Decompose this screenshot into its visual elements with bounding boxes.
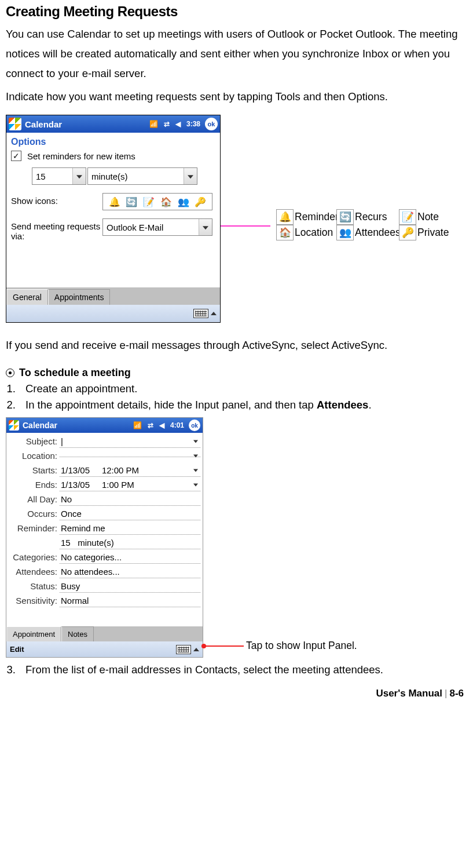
page-title: Creating Meeting Requests xyxy=(6,3,467,20)
reminder-icon: 🔔 xyxy=(276,209,294,225)
step-1: Create an appointment. xyxy=(19,382,467,395)
location-field[interactable] xyxy=(60,454,200,457)
subject-label: Subject: xyxy=(8,436,60,446)
location-icon: 🏠 xyxy=(276,225,294,240)
note-icon[interactable]: 📝 xyxy=(143,196,155,207)
location-label: Location: xyxy=(8,451,60,461)
subject-field[interactable]: | xyxy=(60,435,200,448)
options-heading: Options xyxy=(6,133,220,151)
keyboard-icon[interactable] xyxy=(193,309,208,318)
sensitivity-field[interactable]: Normal xyxy=(60,595,200,607)
activesync-paragraph: If you send and receive e-mail messages … xyxy=(6,335,467,355)
ok-button[interactable]: ok xyxy=(189,420,200,431)
input-panel-callout: Tap to show Input Panel. xyxy=(246,640,357,652)
tab-notes[interactable]: Notes xyxy=(61,626,94,641)
tab-general[interactable]: General xyxy=(6,289,48,305)
ok-button[interactable]: ok xyxy=(205,118,218,130)
volume-icon[interactable]: ◀ xyxy=(175,120,181,128)
note-icon: 📝 xyxy=(399,209,416,225)
reminder-number-select[interactable]: 15 xyxy=(32,167,86,185)
recurs-icon: 🔄 xyxy=(336,209,354,225)
reminder-field[interactable]: Remind me xyxy=(60,522,200,535)
app-title: Calendar xyxy=(23,421,57,430)
occurs-field[interactable]: Once xyxy=(60,508,200,520)
tab-appointment[interactable]: Appointment xyxy=(6,626,61,641)
private-icon[interactable]: 🔑 xyxy=(195,196,206,207)
occurs-label: Occurs: xyxy=(8,509,60,519)
volume-icon[interactable]: ◀ xyxy=(159,421,164,429)
status-label: Status: xyxy=(8,581,60,591)
start-icon[interactable] xyxy=(9,420,19,431)
reminder-unit-select[interactable]: minute(s) xyxy=(87,167,197,185)
step-2: In the appointment details, hide the Inp… xyxy=(19,399,467,411)
ends-field[interactable]: 1/13/05 1:00 PM xyxy=(60,479,200,491)
legend-connector xyxy=(221,225,270,227)
options-screenshot: Calendar 📶 ⇄ ◀ 3:38 ok Options ✓ Set rem… xyxy=(6,115,221,323)
categories-label: Categories: xyxy=(8,552,60,562)
recurs-icon[interactable]: 🔄 xyxy=(126,196,137,207)
callout-connector xyxy=(203,645,244,647)
sync-icon[interactable]: ⇄ xyxy=(164,120,170,128)
attendees-label: Attendees: xyxy=(8,567,60,577)
allday-label: All Day: xyxy=(8,494,60,504)
ends-label: Ends: xyxy=(8,480,60,490)
bullet-icon xyxy=(6,369,14,377)
private-icon: 🔑 xyxy=(399,225,416,240)
send-requests-label: Send meeting requests via: xyxy=(11,218,102,241)
menu-up-icon[interactable] xyxy=(211,312,217,315)
signal-icon[interactable]: 📶 xyxy=(133,421,142,429)
step-3: From the list of e-mail addresses in Con… xyxy=(19,663,467,676)
sensitivity-label: Sensitivity: xyxy=(8,596,60,606)
attendees-icon[interactable]: 👥 xyxy=(178,196,189,207)
reminders-label: Set reminders for new items xyxy=(27,151,135,161)
categories-field[interactable]: No categories... xyxy=(60,551,200,564)
clock-label: 4:01 xyxy=(170,421,184,429)
starts-label: Starts: xyxy=(8,465,60,475)
send-requests-select[interactable]: Outlook E-Mail xyxy=(102,218,212,236)
signal-icon[interactable]: 📶 xyxy=(149,120,158,128)
reminder-value-field[interactable]: 15 minute(s) xyxy=(60,537,200,549)
reminder-label: Reminder: xyxy=(8,523,60,533)
status-field[interactable]: Busy xyxy=(60,580,200,593)
show-icons-label: Show icons: xyxy=(11,193,102,206)
menu-up-icon[interactable] xyxy=(193,648,199,651)
keyboard-icon[interactable] xyxy=(176,645,191,654)
page-footer: User's Manual|8-6 xyxy=(6,688,467,699)
appointment-screenshot: Calendar 📶 ⇄ ◀ 4:01 ok Subject:| Locatio… xyxy=(6,417,203,658)
reminder-icon[interactable]: 🔔 xyxy=(109,196,120,207)
intro-paragraph-1: You can use Calendar to set up meetings … xyxy=(6,24,467,83)
location-icon[interactable]: 🏠 xyxy=(160,196,172,207)
intro-paragraph-2: Indicate how you want meeting requests s… xyxy=(6,87,467,107)
app-title: Calendar xyxy=(25,119,62,129)
edit-menu[interactable]: Edit xyxy=(10,645,24,654)
icon-legend: 🔔Reminder 🔄Recurs 📝Note 🏠Location 👥Atten… xyxy=(276,209,449,240)
tab-appointments[interactable]: Appointments xyxy=(48,289,111,305)
reminders-checkbox[interactable]: ✓ xyxy=(11,151,21,161)
start-icon[interactable] xyxy=(9,118,21,130)
schedule-heading: To schedule a meeting xyxy=(19,367,131,379)
attendees-icon: 👥 xyxy=(336,225,354,240)
sync-icon[interactable]: ⇄ xyxy=(148,421,153,429)
title-bar: Calendar 📶 ⇄ ◀ 3:38 ok xyxy=(6,115,220,133)
allday-field[interactable]: No xyxy=(60,493,200,506)
icon-strip[interactable]: 🔔 🔄 📝 🏠 👥 🔑 xyxy=(102,193,212,210)
starts-field[interactable]: 1/13/05 12:00 PM xyxy=(60,464,200,477)
clock-label: 3:38 xyxy=(186,120,200,128)
attendees-field[interactable]: No attendees... xyxy=(60,566,200,578)
title-bar: Calendar 📶 ⇄ ◀ 4:01 ok xyxy=(6,418,203,433)
